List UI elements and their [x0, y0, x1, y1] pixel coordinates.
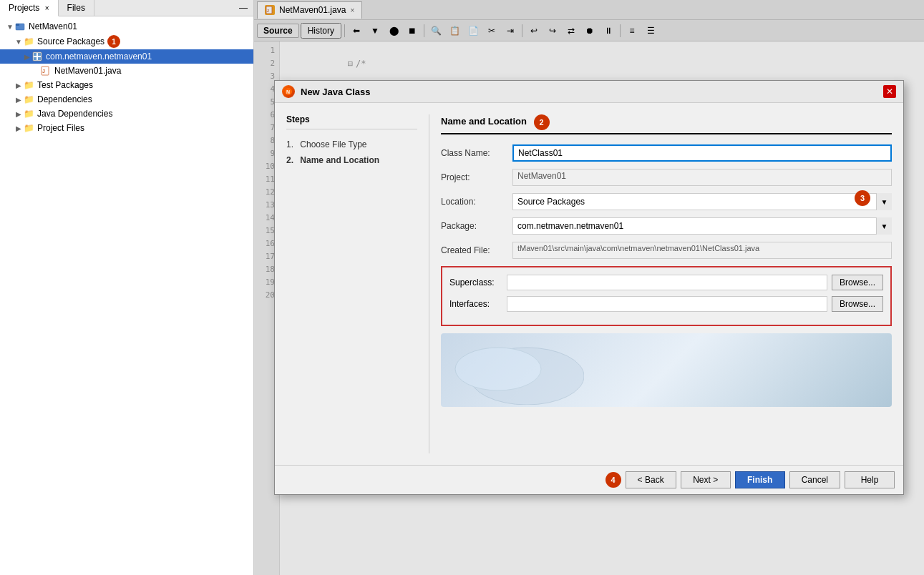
dialog-steps-panel: Steps 1. Choose File Type 2. Name and Lo…	[286, 114, 429, 453]
section-title: Name and Location 2	[441, 114, 892, 134]
dialog-form: Name and Location 2 Class Name: Project:	[441, 114, 892, 453]
badge-3: 3	[855, 190, 870, 206]
package-select-wrapper: com.netmaven.netmaven01 ▼	[512, 217, 892, 235]
svg-text:N: N	[286, 89, 290, 94]
svg-rect-1	[16, 24, 19, 26]
package-row: Package: com.netmaven.netmaven01 ▼	[441, 217, 892, 235]
editor-area: J NetMaven01.java × Source History ⬅ ▼ ⬤…	[254, 0, 924, 575]
project-value: NetMaven01	[512, 169, 892, 186]
sidebar-tabs: Projects × Files —	[0, 0, 253, 16]
project-icon	[14, 21, 26, 32]
package-icon	[31, 51, 43, 62]
superclass-row: Superclass: Browse...	[449, 275, 883, 290]
projects-tab-close[interactable]: ×	[45, 4, 49, 12]
badge-4: 4	[606, 472, 621, 488]
created-file-row: Created File: tMaven01\src\main\java\com…	[441, 242, 892, 259]
tree-arrow-netmaven01[interactable]: ▼	[6, 23, 14, 31]
dialog-body: Steps 1. Choose File Type 2. Name and Lo…	[275, 103, 903, 465]
tree-arrow-java-deps[interactable]: ▶	[14, 110, 23, 118]
folder-icon-java-deps: 📁	[23, 108, 34, 119]
interfaces-label: Interfaces:	[449, 299, 507, 309]
project-row: Project: NetMaven01	[441, 169, 892, 186]
svg-point-14	[455, 348, 541, 390]
help-btn[interactable]: Help	[845, 471, 895, 488]
back-btn[interactable]: < Back	[626, 471, 676, 488]
created-file-label: Created File:	[441, 245, 512, 255]
tree-item-test-packages[interactable]: ▶ 📁 Test Packages	[0, 78, 253, 92]
tree-item-dependencies[interactable]: ▶ 📁 Dependencies	[0, 92, 253, 107]
finish-btn[interactable]: Finish	[735, 471, 785, 488]
dialog-footer: 4 < Back Next > Finish Cancel Help	[275, 465, 903, 494]
sidebar-minimize-btn[interactable]: —	[233, 0, 253, 16]
tree-arrow-com-netmaven[interactable]: ▶	[23, 53, 31, 61]
superclass-label: Superclass:	[449, 277, 507, 288]
package-select[interactable]: com.netmaven.netmaven01	[512, 217, 892, 235]
class-name-input[interactable]	[512, 144, 892, 162]
project-label: Project:	[441, 172, 512, 182]
badge-2: 2	[534, 114, 550, 130]
location-row: Location: Source Packages ▼ 3	[441, 193, 892, 210]
created-file-value: tMaven01\src\main\java\com\netmaven\netm…	[512, 242, 892, 259]
svg-rect-4	[38, 53, 41, 56]
superclass-input[interactable]	[507, 275, 827, 290]
tree-item-source-packages[interactable]: ▼ 📁 Source Packages 1	[0, 34, 253, 49]
source-packages-badge: 1	[107, 35, 120, 48]
decorative-area	[441, 333, 892, 407]
folder-icon-deps: 📁	[23, 94, 34, 105]
tree-item-netmaven01[interactable]: ▼ NetMaven01	[0, 19, 253, 34]
tree-arrow-source-packages[interactable]: ▼	[14, 38, 23, 46]
class-name-row: Class Name:	[441, 144, 892, 162]
tree-arrow-test[interactable]: ▶	[14, 82, 23, 89]
steps-title: Steps	[286, 114, 417, 129]
dialog-title-text: New Java Class	[301, 87, 877, 97]
tree-arrow-proj-files[interactable]: ▶	[14, 124, 23, 132]
java-file-icon: J	[40, 65, 52, 77]
dialog-step-1: 1. Choose File Type	[286, 137, 417, 152]
next-btn[interactable]: Next >	[681, 471, 731, 488]
folder-icon-proj-files: 📁	[23, 122, 34, 134]
tree-arrow-deps[interactable]: ▶	[14, 96, 23, 104]
interfaces-row: Interfaces: Browse...	[449, 296, 883, 312]
sidebar-tab-files[interactable]: Files	[59, 0, 94, 16]
tree-item-project-files[interactable]: ▶ 📁 Project Files	[0, 121, 253, 135]
location-select[interactable]: Source Packages	[512, 193, 892, 210]
svg-rect-6	[38, 57, 41, 60]
interfaces-browse-btn[interactable]: Browse...	[832, 296, 883, 312]
tree-item-netmaven01-java[interactable]: J NetMaven01.java	[0, 64, 253, 78]
sidebar-tab-projects[interactable]: Projects ×	[0, 0, 59, 16]
dialog-app-icon: N	[282, 85, 295, 98]
svg-rect-5	[34, 57, 37, 60]
package-label: Package:	[441, 221, 512, 231]
class-name-label: Class Name:	[441, 148, 512, 158]
dialog-title-bar: N New Java Class ✕	[275, 81, 903, 103]
interfaces-input[interactable]	[507, 296, 827, 312]
sidebar: Projects × Files — ▼ NetMaven01	[0, 0, 254, 575]
tree-item-com-netmaven[interactable]: ▶ com.netmaven.netmaven01	[0, 49, 253, 64]
location-select-wrapper: Source Packages ▼ 3	[512, 193, 892, 210]
folder-icon-source: 📁	[23, 36, 34, 47]
new-java-class-dialog: N New Java Class ✕ Steps 1. Choose File …	[274, 80, 904, 495]
svg-text:J: J	[42, 69, 45, 74]
cancel-btn[interactable]: Cancel	[789, 471, 840, 488]
folder-icon-test: 📁	[23, 79, 34, 91]
dialog-step-2: 2. Name and Location	[286, 152, 417, 168]
location-label: Location:	[441, 197, 512, 207]
svg-rect-3	[34, 53, 37, 56]
sidebar-tree: ▼ NetMaven01 ▼ 📁 Source Packages 1	[0, 16, 253, 575]
tree-item-java-deps[interactable]: ▶ 📁 Java Dependencies	[0, 107, 253, 121]
optional-section: Superclass: Browse... Interfaces: Browse…	[441, 266, 892, 326]
superclass-browse-btn[interactable]: Browse...	[832, 275, 883, 290]
dialog-close-btn[interactable]: ✕	[883, 85, 896, 98]
dialog-overlay: N New Java Class ✕ Steps 1. Choose File …	[254, 0, 924, 575]
